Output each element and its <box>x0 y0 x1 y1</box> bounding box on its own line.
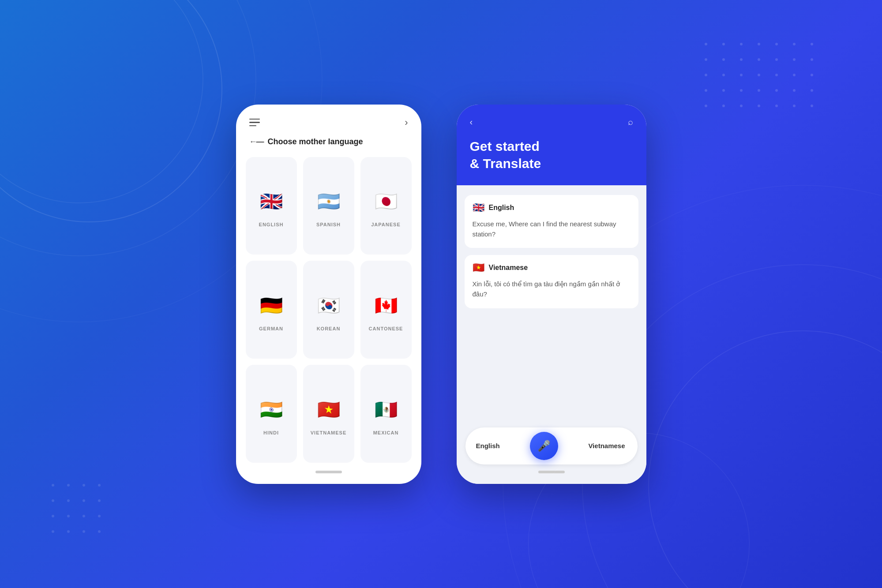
target-flag-icon: 🇻🇳 <box>473 262 484 273</box>
svg-point-22 <box>740 74 743 76</box>
svg-point-30 <box>758 89 760 92</box>
svg-point-55 <box>83 530 85 533</box>
flag-german: 🇩🇪 <box>255 290 287 322</box>
svg-point-10 <box>775 43 778 45</box>
flag-english: 🇬🇧 <box>255 186 287 217</box>
mic-source-label[interactable]: English <box>476 442 500 449</box>
svg-point-36 <box>740 105 743 107</box>
back-arrow-icon: ←— <box>249 137 263 146</box>
flag-spanish: 🇦🇷 <box>313 186 345 217</box>
translation-body: 🇬🇧 English Excuse me, Where can I find t… <box>457 185 646 421</box>
source-lang-header: 🇬🇧 English <box>473 202 631 213</box>
lang-card-mexican[interactable]: 🇲🇽MEXICAN <box>360 365 412 463</box>
menu-icon[interactable] <box>249 119 260 127</box>
target-lang-name: Vietnamese <box>489 264 528 272</box>
lang-card-hindi[interactable]: 🇮🇳HINDI <box>246 365 297 463</box>
svg-point-20 <box>705 74 707 76</box>
svg-point-53 <box>52 530 54 533</box>
svg-point-14 <box>722 58 725 61</box>
svg-point-27 <box>705 89 707 92</box>
choose-language-title: ←— Choose mother language <box>236 133 421 157</box>
lang-label-english: ENGLISH <box>259 222 284 227</box>
mic-target-label[interactable]: Vietnamese <box>588 442 625 449</box>
lang-label-vietnamese: VIETNAMESE <box>311 430 347 435</box>
back-button[interactable]: ‹ <box>470 117 473 127</box>
svg-point-50 <box>67 515 70 517</box>
svg-point-11 <box>793 43 796 45</box>
svg-point-17 <box>775 58 778 61</box>
lang-card-korean[interactable]: 🇰🇷KOREAN <box>303 261 354 359</box>
svg-point-35 <box>722 105 725 107</box>
svg-point-29 <box>740 89 743 92</box>
svg-point-41 <box>52 484 54 487</box>
svg-point-51 <box>83 515 85 517</box>
phone-translator: ‹ ⌕ Get started & Translate 🇬🇧 English E… <box>457 105 646 484</box>
target-lang-header: 🇻🇳 Vietnamese <box>473 262 631 273</box>
svg-point-7 <box>722 43 725 45</box>
lang-label-japanese: JAPANESE <box>371 222 400 227</box>
flag-vietnamese: 🇻🇳 <box>313 394 345 426</box>
lang-card-cantonese[interactable]: 🇨🇦CANTONESE <box>360 261 412 359</box>
lang-label-mexican: MEXICAN <box>373 430 399 435</box>
svg-point-47 <box>83 499 85 502</box>
target-language-card: 🇻🇳 Vietnamese Xin lỗi, tôi có thể tìm ga… <box>465 255 638 308</box>
microphone-button[interactable]: 🎤 <box>530 432 558 460</box>
svg-point-23 <box>758 74 760 76</box>
search-button[interactable]: ⌕ <box>628 117 633 127</box>
language-grid: 🇬🇧ENGLISH🇦🇷SPANISH🇯🇵JAPANESE🇩🇪GERMAN🇰🇷KO… <box>236 157 421 463</box>
svg-point-45 <box>52 499 54 502</box>
forward-chevron-icon[interactable]: › <box>405 117 408 128</box>
lang-label-hindi: HINDI <box>263 430 279 435</box>
phone1-header: › <box>236 105 421 133</box>
svg-point-13 <box>705 58 707 61</box>
phone2-home-pill <box>465 464 638 473</box>
flag-korean: 🇰🇷 <box>313 290 345 322</box>
home-pill <box>315 471 342 473</box>
svg-point-21 <box>722 74 725 76</box>
svg-point-48 <box>98 499 101 502</box>
flag-cantonese: 🇨🇦 <box>370 290 402 322</box>
svg-point-44 <box>98 484 101 487</box>
source-flag-icon: 🇬🇧 <box>473 202 484 213</box>
svg-point-8 <box>740 43 743 45</box>
lang-label-cantonese: CANTONESE <box>369 326 403 331</box>
svg-point-12 <box>811 43 813 45</box>
phone2-nav: ‹ ⌕ <box>470 117 633 127</box>
svg-point-34 <box>705 105 707 107</box>
svg-point-43 <box>83 484 85 487</box>
flag-hindi: 🇮🇳 <box>255 394 287 426</box>
svg-point-15 <box>740 58 743 61</box>
lang-card-japanese[interactable]: 🇯🇵JAPANESE <box>360 157 412 255</box>
lang-card-spanish[interactable]: 🇦🇷SPANISH <box>303 157 354 255</box>
svg-point-1 <box>0 0 256 256</box>
source-lang-name: English <box>489 204 514 212</box>
svg-point-26 <box>811 74 813 76</box>
phone2-bottom-bar: English 🎤 Vietnamese <box>457 421 646 484</box>
svg-point-40 <box>811 105 813 107</box>
svg-point-54 <box>67 530 70 533</box>
phone-language-selector: › ←— Choose mother language 🇬🇧ENGLISH🇦🇷S… <box>236 105 421 484</box>
lang-card-vietnamese[interactable]: 🇻🇳VIETNAMESE <box>303 365 354 463</box>
lang-label-german: GERMAN <box>259 326 283 331</box>
svg-point-6 <box>705 43 707 45</box>
svg-point-0 <box>0 0 203 203</box>
svg-point-52 <box>98 515 101 517</box>
lang-card-german[interactable]: 🇩🇪GERMAN <box>246 261 297 359</box>
svg-point-37 <box>758 105 760 107</box>
svg-point-31 <box>775 89 778 92</box>
svg-point-32 <box>793 89 796 92</box>
svg-point-19 <box>811 58 813 61</box>
svg-point-49 <box>52 515 54 517</box>
phone2-header: ‹ ⌕ Get started & Translate <box>457 105 646 185</box>
home-pill-2 <box>538 471 565 473</box>
svg-point-18 <box>793 58 796 61</box>
flag-mexican: 🇲🇽 <box>370 394 402 426</box>
lang-label-korean: KOREAN <box>317 326 341 331</box>
svg-point-16 <box>758 58 760 61</box>
lang-card-english[interactable]: 🇬🇧ENGLISH <box>246 157 297 255</box>
microphone-icon: 🎤 <box>537 440 551 452</box>
svg-point-3 <box>649 331 882 588</box>
svg-point-9 <box>758 43 760 45</box>
svg-point-56 <box>98 530 101 533</box>
svg-point-28 <box>722 89 725 92</box>
